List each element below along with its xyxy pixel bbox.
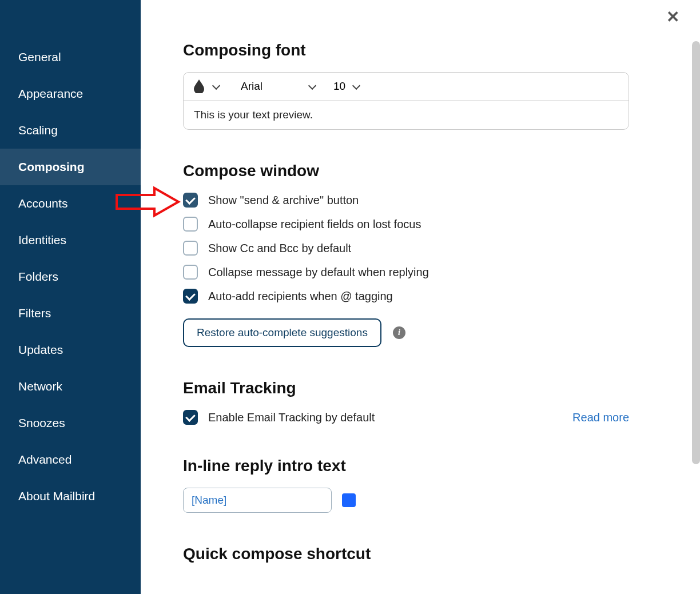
sidebar-item-accounts[interactable]: Accounts [0, 185, 141, 222]
opt-email-tracking[interactable]: Enable Email Tracking by default [183, 410, 375, 425]
section-title-quick: Quick compose shortcut [183, 545, 666, 563]
checkbox-icon[interactable] [183, 217, 198, 232]
sidebar-item-general[interactable]: General [0, 39, 141, 75]
section-title-compose: Compose window [183, 162, 666, 180]
section-title-font: Composing font [183, 41, 666, 59]
settings-sidebar: General Appearance Scaling Composing Acc… [0, 0, 141, 594]
opt-auto-collapse[interactable]: Auto-collapse recipient fields on lost f… [183, 217, 666, 232]
opt-label: Auto-collapse recipient fields on lost f… [208, 218, 421, 231]
checkbox-icon[interactable] [183, 241, 198, 256]
chevron-down-icon[interactable] [352, 81, 360, 89]
opt-collapse-reply[interactable]: Collapse message by default when replyin… [183, 265, 666, 280]
info-icon[interactable]: i [393, 326, 405, 339]
opt-label: Show "send & archive" button [208, 194, 359, 207]
sidebar-item-composing[interactable]: Composing [0, 149, 141, 185]
font-box: Arial 10 This is your text preview. [183, 72, 629, 130]
sidebar-item-identities[interactable]: Identities [0, 222, 141, 258]
checkbox-icon[interactable] [183, 289, 198, 304]
font-size-select[interactable]: 10 [333, 80, 345, 93]
read-more-link[interactable]: Read more [572, 411, 629, 424]
sidebar-item-updates[interactable]: Updates [0, 332, 141, 368]
opt-label: Enable Email Tracking by default [208, 411, 375, 424]
sidebar-item-network[interactable]: Network [0, 368, 141, 405]
chevron-down-icon[interactable] [212, 81, 220, 89]
sidebar-item-appearance[interactable]: Appearance [0, 75, 141, 112]
sidebar-item-scaling[interactable]: Scaling [0, 112, 141, 149]
color-swatch[interactable] [342, 493, 356, 507]
chevron-down-icon[interactable] [308, 81, 316, 89]
sidebar-item-advanced[interactable]: Advanced [0, 441, 141, 478]
main-panel: ✕ Composing font Arial 10 This is your t… [141, 0, 700, 594]
font-family-select[interactable]: Arial [241, 80, 262, 93]
opt-label: Collapse message by default when replyin… [208, 266, 429, 279]
font-preview: This is your text preview. [184, 101, 629, 129]
opt-send-archive[interactable]: Show "send & archive" button [183, 193, 666, 208]
restore-autocomplete-button[interactable]: Restore auto-complete suggestions [183, 318, 381, 347]
ink-drop-icon[interactable] [194, 79, 204, 93]
opt-cc-bcc[interactable]: Show Cc and Bcc by default [183, 241, 666, 256]
section-title-tracking: Email Tracking [183, 379, 666, 397]
sidebar-item-about[interactable]: About Mailbird [0, 478, 141, 515]
sidebar-item-snoozes[interactable]: Snoozes [0, 405, 141, 441]
sidebar-item-filters[interactable]: Filters [0, 295, 141, 332]
opt-label: Show Cc and Bcc by default [208, 242, 351, 255]
close-icon[interactable]: ✕ [666, 9, 679, 25]
opt-auto-add-recipients[interactable]: Auto-add recipients when @ tagging [183, 289, 666, 304]
scrollbar-thumb[interactable] [692, 41, 700, 464]
opt-label: Auto-add recipients when @ tagging [208, 290, 393, 303]
checkbox-icon[interactable] [183, 265, 198, 280]
checkbox-icon[interactable] [183, 410, 198, 425]
section-title-inline: In-line reply intro text [183, 457, 666, 475]
sidebar-item-folders[interactable]: Folders [0, 258, 141, 295]
checkbox-icon[interactable] [183, 193, 198, 208]
inline-reply-input[interactable] [183, 488, 332, 513]
